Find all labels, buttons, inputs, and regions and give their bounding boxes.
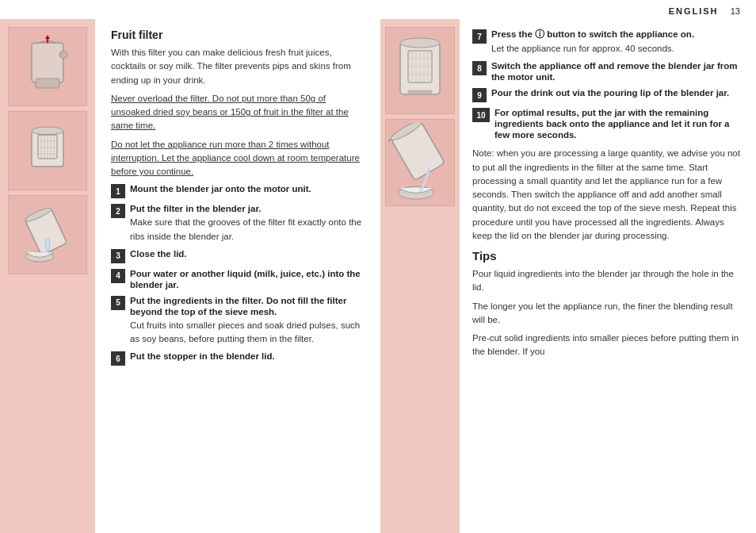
processing-note: Note: when you are processing a large qu… (472, 147, 740, 243)
mid-image-1 (385, 27, 455, 114)
step-10: 10 For optimal results, put the jar with… (472, 107, 740, 140)
step-7-bold: Press the ⓘ button to switch the applian… (491, 29, 694, 39)
left-sidebar-images (0, 19, 95, 533)
middle-images-column (380, 19, 460, 533)
step-6: 6 Put the stopper in the blender lid. (111, 351, 368, 366)
right-text-column: 7 Press the ⓘ button to switch the appli… (460, 19, 756, 533)
step-2-detail: Make sure that the grooves of the filter… (130, 216, 368, 243)
step-9-bold: Pour the drink out via the pouring lip o… (491, 88, 729, 98)
step-6-bold: Put the stopper in the blender lid. (130, 351, 275, 361)
image-blender-motor (8, 27, 87, 106)
tip-3: Pre-cut solid ingredients into smaller p… (472, 332, 740, 359)
page-number: 13 (731, 6, 740, 16)
step-5-bold: Put the ingredients in the filter. Do no… (130, 296, 346, 316)
step-10-bold: For optimal results, put the jar with th… (494, 108, 729, 140)
step-8-num: 8 (472, 61, 487, 75)
left-text-column: Fruit filter With this filter you can ma… (95, 19, 380, 533)
step-3-num: 3 (111, 249, 125, 263)
step-2: 2 Put the filter in the blender jar. Mak… (111, 203, 368, 243)
step-5: 5 Put the ingredients in the filter. Do … (111, 295, 368, 347)
warning-1: Never overload the filter. Do not put mo… (111, 92, 368, 133)
step-5-num: 5 (111, 296, 125, 310)
step-7: 7 Press the ⓘ button to switch the appli… (472, 29, 740, 56)
step-9: 9 Pour the drink out via the pouring lip… (472, 87, 740, 102)
main-content: Fruit filter With this filter you can ma… (0, 19, 756, 533)
step-2-num: 2 (111, 204, 125, 218)
svg-marker-3 (45, 35, 50, 39)
step-4-bold: Pour water or another liquid (milk, juic… (130, 269, 361, 290)
tips-section: Tips Pour liquid ingredients into the bl… (472, 249, 740, 359)
step-5-detail: Cut fruits into smaller pieces and soak … (130, 319, 368, 347)
step-10-num: 10 (472, 108, 490, 122)
tips-text: Pour liquid ingredients into the blender… (472, 267, 740, 359)
svg-rect-30 (408, 90, 432, 94)
svg-point-6 (32, 127, 63, 135)
step-1: 1 Mount the blender jar onto the motor u… (111, 183, 368, 198)
step-7-num: 7 (472, 29, 487, 44)
step-7-detail: Let the appliance run for approx. 40 sec… (491, 42, 740, 56)
svg-point-20 (400, 38, 440, 48)
svg-point-4 (59, 51, 67, 59)
mid-image-2 (385, 119, 455, 206)
svg-rect-0 (32, 43, 63, 82)
step-6-num: 6 (111, 351, 125, 366)
step-1-num: 1 (111, 184, 125, 198)
step-3: 3 Close the lid. (111, 248, 368, 263)
tip-2: The longer you let the appliance run, th… (472, 300, 740, 328)
step-2-bold: Put the filter in the blender jar. (130, 204, 262, 213)
step-8: 8 Switch the appliance off and remove th… (472, 60, 740, 82)
step-4: 4 Pour water or another liquid (milk, ju… (111, 268, 368, 290)
tips-title: Tips (472, 249, 740, 263)
page-header: ENGLISH 13 (0, 0, 756, 19)
warning-2: Do not let the appliance run more than 2… (111, 138, 368, 179)
step-3-bold: Close the lid. (130, 249, 187, 259)
step-4-num: 4 (111, 269, 125, 283)
step-8-bold: Switch the appliance off and remove the … (491, 61, 738, 82)
svg-rect-1 (36, 79, 59, 88)
fruit-filter-intro: With this filter you can make delicious … (111, 46, 368, 87)
fruit-filter-title: Fruit filter (111, 29, 368, 41)
image-filter-jar (8, 111, 87, 190)
tip-1: Pour liquid ingredients into the blender… (472, 267, 740, 295)
language-label: ENGLISH (669, 6, 719, 16)
image-pouring (8, 195, 87, 274)
step-1-bold: Mount the blender jar onto the motor uni… (130, 184, 311, 194)
step-9-num: 9 (472, 88, 487, 102)
